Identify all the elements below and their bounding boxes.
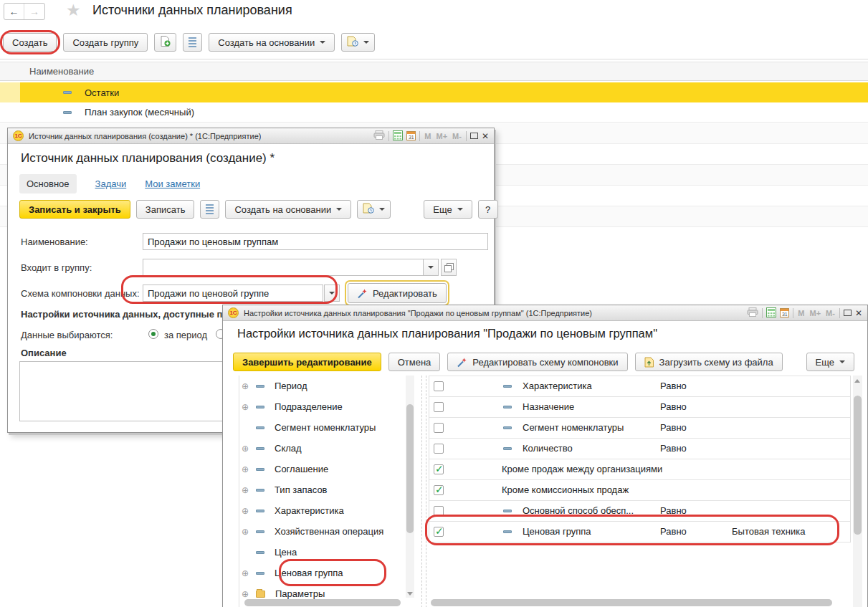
expand-icon[interactable]: [240, 527, 250, 537]
schema-field[interactable]: [143, 285, 323, 302]
expand-icon[interactable]: [240, 589, 250, 599]
condition-row[interactable]: Кроме продаж между организациями: [429, 459, 850, 480]
printer-icon[interactable]: [373, 130, 385, 141]
tree-item[interactable]: Характеристика: [240, 500, 412, 521]
tree-item-price-group[interactable]: Ценовая группа: [240, 563, 412, 583]
expand-icon[interactable]: [240, 568, 250, 578]
condition-row[interactable]: Основной способ обесп... Равно: [429, 501, 850, 522]
schema-dropdown-button[interactable]: [324, 285, 340, 302]
condition-row[interactable]: Характеристика Равно: [429, 376, 850, 397]
expand-icon[interactable]: [240, 444, 250, 454]
forward-button[interactable]: [24, 4, 44, 19]
expand-icon[interactable]: [240, 485, 250, 495]
calendar-icon[interactable]: 31: [780, 308, 789, 317]
close-icon[interactable]: [482, 131, 489, 141]
tree-hscroll-thumb[interactable]: [244, 599, 401, 606]
tree-item[interactable]: Тип запасов: [240, 479, 412, 500]
table-row[interactable]: Остатки: [0, 82, 868, 102]
document-history-icon-button[interactable]: [341, 33, 375, 52]
create-button[interactable]: Создать: [3, 33, 57, 52]
tree-panel-border: [239, 376, 239, 607]
cancel-button[interactable]: Отмена: [388, 353, 441, 371]
calculator-icon[interactable]: [766, 307, 776, 319]
tree-item[interactable]: Склад: [240, 438, 412, 459]
expand-icon[interactable]: [240, 402, 250, 412]
tree-item[interactable]: Цена: [240, 542, 412, 563]
condition-operator: Равно: [660, 422, 687, 433]
favorite-star-icon[interactable]: [66, 1, 81, 20]
list-view-icon-button[interactable]: [200, 200, 219, 219]
close-icon[interactable]: [855, 308, 862, 318]
group-dropdown-button[interactable]: [423, 259, 439, 276]
tree-item[interactable]: Хозяйственная операция: [240, 521, 412, 542]
tree-item[interactable]: Соглашение: [240, 459, 412, 479]
tab-main[interactable]: Основное: [19, 174, 77, 193]
edit-composition-schema-button[interactable]: Редактировать схему компоновки: [447, 353, 627, 371]
condition-checkbox[interactable]: [434, 485, 444, 495]
condition-row-price-group[interactable]: Ценовая группа Равно Бытовая техника: [429, 522, 850, 543]
group-field[interactable]: [143, 259, 424, 276]
conditions-hscroll-thumb[interactable]: [431, 599, 832, 606]
condition-checkbox[interactable]: [434, 506, 444, 516]
expand-icon[interactable]: [240, 381, 250, 391]
condition-row[interactable]: Кроме комиссионных продаж: [429, 480, 850, 501]
table-row[interactable]: План закупок (месячный): [0, 102, 868, 123]
maximize-icon[interactable]: [470, 133, 478, 139]
table-header[interactable]: Наименование: [0, 62, 868, 81]
radio-for-period[interactable]: [148, 329, 158, 339]
load-schema-from-file-button[interactable]: Загрузить схему из файла: [635, 353, 783, 371]
condition-checkbox[interactable]: [434, 381, 444, 391]
more-button[interactable]: Еще: [806, 353, 854, 371]
condition-row[interactable]: Сегмент номенклатуры Равно: [429, 418, 850, 439]
name-field[interactable]: [143, 233, 488, 250]
memory-m-button[interactable]: M: [797, 309, 805, 317]
tab-tasks[interactable]: Задачи: [95, 178, 127, 189]
back-button[interactable]: [4, 4, 24, 19]
description-label: Описание: [21, 348, 67, 358]
dialog1-titlebar[interactable]: 1С Источник данных планирования (создани…: [8, 128, 494, 144]
expand-icon[interactable]: [240, 506, 250, 516]
calendar-icon[interactable]: 31: [406, 131, 416, 140]
create-based-on-button[interactable]: Создать на основании: [225, 200, 351, 219]
tree-vscroll-thumb[interactable]: [406, 404, 414, 533]
tab-my-notes[interactable]: Мои заметки: [145, 178, 200, 189]
condition-checkbox[interactable]: [434, 464, 444, 474]
memory-m-minus-button[interactable]: M-: [825, 309, 836, 317]
new-item-icon-button[interactable]: [154, 33, 176, 52]
save-button[interactable]: Записать: [136, 200, 195, 219]
condition-row[interactable]: Назначение Равно: [429, 397, 850, 418]
save-and-close-button[interactable]: Записать и закрыть: [19, 200, 130, 219]
group-open-button[interactable]: [441, 259, 457, 276]
document-history-icon-button[interactable]: [357, 200, 391, 219]
printer-icon[interactable]: [747, 307, 758, 318]
tree-item[interactable]: Период: [240, 376, 412, 396]
conditions-vscroll-thumb[interactable]: [854, 396, 862, 535]
memory-m-plus-button[interactable]: M+: [436, 132, 449, 140]
condition-checkbox[interactable]: [434, 444, 444, 454]
create-group-button[interactable]: Создать группу: [63, 33, 148, 52]
conditions-vscroll-up-arrow[interactable]: [853, 376, 862, 385]
memory-m-button[interactable]: M: [424, 132, 431, 140]
expand-icon[interactable]: [240, 464, 250, 474]
more-button[interactable]: Еще: [424, 200, 472, 219]
help-button[interactable]: ?: [478, 200, 498, 219]
list-view-icon-button[interactable]: [183, 33, 202, 52]
memory-m-plus-button[interactable]: M+: [809, 309, 822, 317]
tree-item[interactable]: Подразделение: [240, 396, 412, 417]
tree-vscroll-down-arrow[interactable]: [406, 589, 414, 598]
tree-item[interactable]: Сегмент номенклатуры: [240, 417, 412, 438]
create-based-on-button[interactable]: Создать на основании: [209, 33, 335, 52]
memory-m-minus-button[interactable]: M-: [452, 132, 462, 140]
condition-checkbox[interactable]: [434, 402, 444, 412]
condition-row[interactable]: Количество Равно: [429, 439, 850, 459]
panel-splitter[interactable]: [426, 376, 426, 607]
dialog2-titlebar[interactable]: 1С Настройки источника данных планирован…: [223, 305, 867, 321]
edit-schema-button[interactable]: Редактировать: [348, 283, 447, 303]
condition-checkbox[interactable]: [434, 527, 444, 537]
maximize-icon[interactable]: [844, 310, 852, 316]
finish-editing-button[interactable]: Завершить редактирование: [233, 353, 381, 371]
condition-checkbox[interactable]: [434, 423, 444, 433]
calculator-icon[interactable]: [393, 130, 403, 142]
column-header-name: Наименование: [29, 66, 94, 77]
panel-splitter[interactable]: [421, 376, 422, 607]
